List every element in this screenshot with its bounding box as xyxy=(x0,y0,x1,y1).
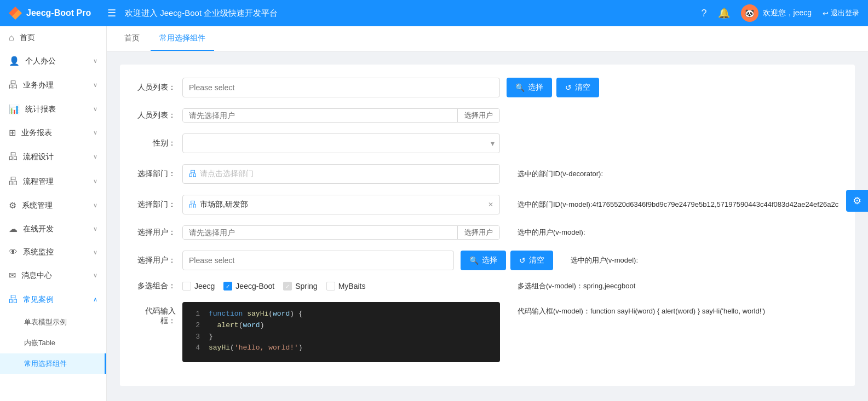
sidebar-item-stats[interactable]: 📊 统计报表 ∨ xyxy=(0,97,106,121)
chevron-icon: ∨ xyxy=(93,57,97,65)
checkbox-box-spring[interactable]: ✓ xyxy=(283,282,292,290)
sidebar-item-label: 系统管理 xyxy=(22,201,53,211)
logout-button[interactable]: ↩ 退出登录 xyxy=(823,8,859,18)
checkbox-jeecgboot[interactable]: ✓ Jeecg-Boot xyxy=(223,282,274,290)
sidebar: ⌂ 首页 👤 个人办公 ∨ 品 业务办理 ∨ 📊 统计报表 ∨ xyxy=(0,26,107,401)
dept-input-1[interactable]: 品 请点击选择部门 xyxy=(182,164,500,184)
select-button-2[interactable]: 🔍 选择 xyxy=(461,251,506,270)
sidebar-item-label: 系统监控 xyxy=(23,247,54,257)
page-content: 人员列表： 🔍 选择 ↺ 清空 xyxy=(107,51,868,399)
logout-icon: ↩ xyxy=(823,9,829,18)
form-row-personnel-2: 人员列表： 选择用户 xyxy=(133,108,842,123)
search-icon-2: 🔍 xyxy=(469,256,479,265)
tabs-bar: 首页 常用选择组件 xyxy=(107,26,868,51)
checkbox-label-spring: Spring xyxy=(295,282,317,290)
personnel-input-1[interactable] xyxy=(182,78,500,97)
monitor-icon: 👁 xyxy=(9,247,18,257)
sidebar-item-examples[interactable]: 品 常见案例 ∧ xyxy=(0,287,106,312)
chevron-icon: ∨ xyxy=(93,82,97,89)
chevron-icon: ∨ xyxy=(93,106,97,113)
user-info-panel-1: 选中的用户(v-model): xyxy=(518,228,842,237)
dept-info-1: 选中的部门ID(v-decorator): xyxy=(518,169,842,179)
logo: Jeecg-Boot Pro xyxy=(9,7,107,20)
user-info-label-1: 选中的用户(v-model): xyxy=(518,228,585,236)
user-placeholder-input-2[interactable] xyxy=(183,226,457,239)
sidebar-item-online-dev[interactable]: ☁ 在线开发 ∨ xyxy=(0,217,106,241)
chevron-icon: ∨ xyxy=(93,153,97,160)
label-code: 代码输入框： xyxy=(133,302,182,326)
dept-info-2: 选中的部门ID(v-model):4f1765520d6346f9bd9c79e… xyxy=(518,200,842,210)
help-icon[interactable]: ? xyxy=(702,8,707,19)
sidebar-sub-item-single-table[interactable]: 单表模型示例 xyxy=(0,312,106,333)
flow-design-icon: 品 xyxy=(9,151,18,162)
tab-components[interactable]: 常用选择组件 xyxy=(151,27,214,51)
dept-input-2[interactable]: 品 市场部,研发部 ✕ xyxy=(182,195,500,214)
sidebar-item-home[interactable]: ⌂ 首页 xyxy=(0,26,106,49)
bell-icon[interactable]: 🔔 xyxy=(718,7,730,19)
label-user-input: 选择用户： xyxy=(133,255,182,265)
dept-icon-1: 品 xyxy=(189,169,197,179)
chevron-icon: ∨ xyxy=(93,178,97,185)
code-line-1: 1 function sayHi(word) { xyxy=(191,309,491,320)
checkbox-spring[interactable]: ✓ Spring xyxy=(283,282,317,290)
code-editor[interactable]: 1 function sayHi(word) { 2 alert(word) 3… xyxy=(182,302,500,362)
select-button-1[interactable]: 🔍 选择 xyxy=(507,78,552,97)
home-icon: ⌂ xyxy=(9,33,14,43)
sidebar-item-bizreport[interactable]: ⊞ 业务报表 ∨ xyxy=(0,121,106,144)
form-row-user-select: 选择用户： 选择用户 选中的用户(v-model): xyxy=(133,225,842,240)
float-settings-button[interactable]: ⚙ xyxy=(846,190,868,212)
sidebar-item-sys-mgmt[interactable]: ⚙ 系统管理 ∨ xyxy=(0,194,106,217)
checkbox-info-label: 多选组合(v-model)：spring,jeecgboot xyxy=(518,282,635,290)
sidebar-item-flow-mgmt[interactable]: 品 流程管理 ∨ xyxy=(0,169,106,194)
sidebar-item-message[interactable]: ✉ 消息中心 ∨ xyxy=(0,264,106,287)
sidebar-item-label: 流程设计 xyxy=(23,152,54,162)
menu-toggle-icon[interactable]: ☰ xyxy=(107,7,116,19)
dept-clear-icon[interactable]: ✕ xyxy=(488,201,493,208)
user-placeholder-input-1[interactable] xyxy=(183,109,457,122)
checkbox-box-mybaits[interactable] xyxy=(326,282,335,290)
sidebar-item-label: 流程管理 xyxy=(23,177,54,187)
chevron-icon: ∨ xyxy=(93,225,97,233)
refresh-icon-2: ↺ xyxy=(519,256,526,265)
sidebar-sub-item-components[interactable]: 常用选择组件 xyxy=(0,353,106,374)
tab-home[interactable]: 首页 xyxy=(116,27,148,51)
select-btn-label: 选择 xyxy=(528,83,543,92)
checkbox-box-jeecg[interactable] xyxy=(182,282,191,290)
checkbox-label-jeecgboot: Jeecg-Boot xyxy=(235,282,274,290)
checkbox-mybaits[interactable]: MyBaits xyxy=(326,282,366,290)
tab-home-label: 首页 xyxy=(124,33,140,42)
user-text: 欢迎您，jeecg xyxy=(763,8,812,18)
label-dept-2: 选择部门： xyxy=(133,200,182,210)
user-info: 🐼 欢迎您，jeecg xyxy=(741,4,812,22)
label-user-select: 选择用户： xyxy=(133,228,182,237)
sidebar-item-personal[interactable]: 👤 个人办公 ∨ xyxy=(0,49,106,73)
sidebar-item-business[interactable]: 品 业务办理 ∨ xyxy=(0,73,106,97)
checkbox-box-jeecgboot[interactable]: ✓ xyxy=(223,282,232,290)
clear-btn-label-2: 清空 xyxy=(529,255,544,265)
sidebar-sub-item-embed-table[interactable]: 内嵌Table xyxy=(0,333,106,353)
sidebar-item-label: 常见案例 xyxy=(23,295,54,305)
gender-select[interactable] xyxy=(182,133,500,153)
select-user-button-1[interactable]: 选择用户 xyxy=(457,109,499,122)
gender-select-wrapper xyxy=(182,133,500,153)
settings-icon: ⚙ xyxy=(9,200,16,211)
sidebar-item-label: 业务报表 xyxy=(21,128,52,138)
logo-icon xyxy=(9,7,22,20)
chevron-icon: ∨ xyxy=(93,129,97,136)
label-gender: 性别： xyxy=(133,138,182,148)
form-row-personnel-1: 人员列表： 🔍 选择 ↺ 清空 xyxy=(133,78,842,97)
select-user-input-2: 选择用户 xyxy=(182,225,500,240)
select-btn-label-2: 选择 xyxy=(482,255,497,265)
chevron-icon: ∧ xyxy=(93,296,97,303)
user-input-2[interactable] xyxy=(182,251,454,270)
select-user-button-2[interactable]: 选择用户 xyxy=(457,226,499,239)
user-info-label-2: 选中的用户(v-model): xyxy=(571,256,639,264)
dept-icon-2: 品 xyxy=(189,200,197,210)
header-right: ? 🔔 🐼 欢迎您，jeecg ↩ 退出登录 xyxy=(702,4,859,22)
flow-mgmt-icon: 品 xyxy=(9,176,18,187)
sidebar-item-flow-design[interactable]: 品 流程设计 ∨ xyxy=(0,144,106,169)
clear-button-1[interactable]: ↺ 清空 xyxy=(556,78,599,97)
checkbox-jeecg[interactable]: Jeecg xyxy=(182,282,215,290)
clear-button-2[interactable]: ↺ 清空 xyxy=(510,251,553,270)
sidebar-item-monitor[interactable]: 👁 系统监控 ∨ xyxy=(0,241,106,264)
